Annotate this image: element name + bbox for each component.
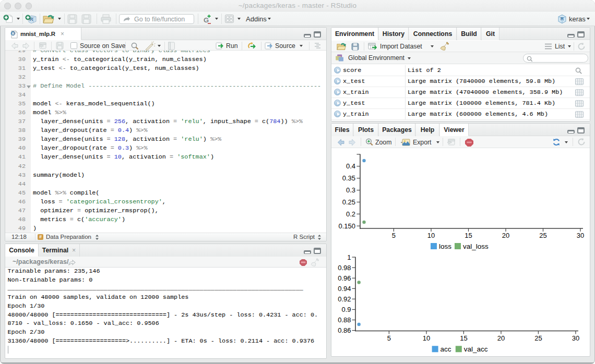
svg-text:25: 25 [534, 334, 542, 342]
svg-text:15: 15 [465, 232, 472, 239]
svg-text:20: 20 [497, 334, 505, 342]
svg-text:5: 5 [387, 334, 391, 342]
svg-text:1: 1 [347, 253, 351, 261]
svg-text:0.94: 0.94 [338, 285, 351, 293]
svg-text:0.96: 0.96 [338, 274, 351, 282]
svg-text:0.35: 0.35 [342, 174, 355, 182]
svg-text:acc: acc [441, 345, 451, 353]
svg-text:0.25: 0.25 [342, 198, 355, 206]
svg-text:30: 30 [572, 334, 579, 342]
svg-text:val_loss: val_loss [463, 242, 489, 250]
svg-text:10: 10 [427, 232, 435, 239]
svg-text:0.98: 0.98 [338, 264, 351, 272]
svg-text:25: 25 [539, 232, 546, 239]
svg-text:R: R [561, 16, 564, 21]
svg-text:0.92: 0.92 [338, 295, 351, 303]
svg-text:loss: loss [439, 242, 451, 250]
svg-text:R: R [11, 32, 14, 35]
svg-text:0.9: 0.9 [341, 306, 351, 313]
svg-text:0.86: 0.86 [338, 326, 351, 334]
svg-text:5: 5 [392, 232, 396, 239]
svg-text:0.4: 0.4 [346, 162, 355, 170]
svg-text:0.3: 0.3 [346, 186, 355, 194]
svg-text:0.88: 0.88 [338, 316, 351, 324]
svg-text:15: 15 [460, 334, 467, 342]
svg-text:10: 10 [423, 334, 430, 342]
svg-text:0.150: 0.150 [338, 222, 355, 230]
svg-text:30: 30 [577, 232, 584, 239]
svg-text:G: G [204, 16, 209, 24]
svg-text:20: 20 [502, 232, 509, 239]
svg-text:0.2: 0.2 [346, 210, 355, 218]
svg-text:val_acc: val_acc [464, 345, 488, 353]
